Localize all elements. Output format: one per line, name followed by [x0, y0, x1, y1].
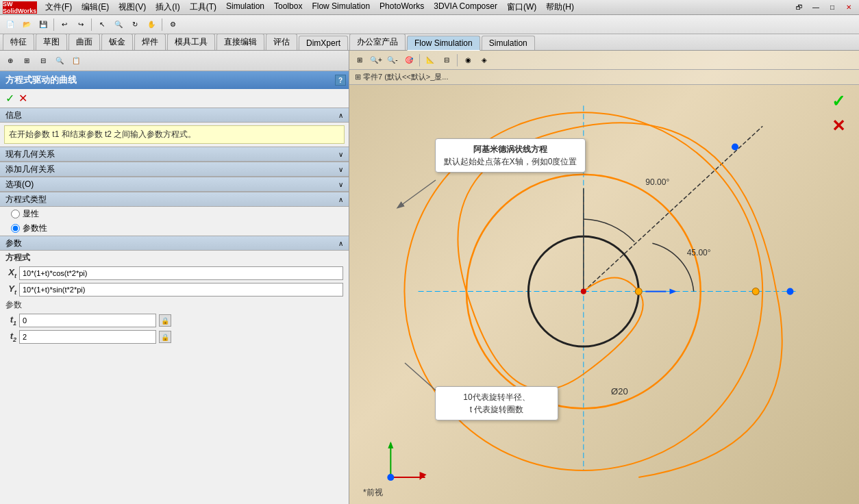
parametric-label: 参数性: [23, 223, 47, 234]
pan-button[interactable]: ✋: [144, 17, 159, 32]
left-tool-4[interactable]: 🔍: [52, 53, 67, 68]
t2-input[interactable]: [19, 330, 156, 344]
tab-evaluate[interactable]: 评估: [266, 34, 297, 50]
options-header[interactable]: 选项(O) ∨: [0, 177, 349, 192]
menu-3dvia[interactable]: 3DVIA Composer: [430, 1, 501, 14]
tab-sketch[interactable]: 草图: [36, 34, 67, 50]
view-name: *前视: [363, 487, 383, 499]
close-button[interactable]: ✕: [841, 0, 856, 15]
canvas-sep1: [419, 54, 420, 66]
help-button[interactable]: ?: [335, 75, 346, 86]
rotate-button[interactable]: ↻: [127, 17, 142, 32]
explicit-label: 显性: [23, 208, 39, 220]
view-section[interactable]: ⊟: [439, 53, 454, 68]
restore-button[interactable]: 🗗: [792, 0, 807, 15]
tab-dimxpert[interactable]: DimXpert: [299, 36, 348, 50]
balloon-rotation: 10代表旋转半径、 t 代表旋转圈数: [435, 386, 558, 420]
display-mode[interactable]: ◈: [477, 53, 492, 68]
angle-arc-90: [584, 219, 634, 242]
params-section-arrow: ∧: [338, 240, 343, 247]
tab-office[interactable]: 办公室产品: [349, 34, 406, 50]
tab-surface[interactable]: 曲面: [69, 34, 100, 50]
parametric-radio[interactable]: [11, 224, 20, 233]
menu-window[interactable]: 窗口(W): [503, 1, 540, 14]
options-button[interactable]: ⚙: [165, 17, 180, 32]
add-relation-label: 添加几何关系: [5, 164, 55, 175]
tab-sheetmetal[interactable]: 钣金: [101, 34, 133, 50]
tab-feature[interactable]: 特征: [3, 34, 34, 50]
view-orient[interactable]: 🎯: [401, 53, 416, 68]
breadcrumb: ⊞ 零件7 (默认<<默认>_显...: [349, 70, 859, 85]
zoom-in[interactable]: 🔍+: [369, 53, 384, 68]
display-style[interactable]: ◉: [460, 53, 475, 68]
undo-button[interactable]: ↩: [57, 17, 72, 32]
formula-type-header[interactable]: 方程式类型 ∧: [0, 192, 349, 207]
zoom-out[interactable]: 🔍-: [385, 53, 400, 68]
diagonal-line: [584, 126, 762, 291]
menu-toolbox[interactable]: Toolbox: [270, 1, 306, 14]
select-button[interactable]: ↖: [95, 17, 110, 32]
left-tool-2[interactable]: ⊞: [19, 53, 34, 68]
t2-lock-button[interactable]: 🔒: [159, 331, 171, 343]
tab-mold[interactable]: 模具工具: [167, 34, 215, 50]
angle-90-label: 90.00°: [645, 177, 669, 187]
left-tool-5[interactable]: 📋: [69, 53, 84, 68]
tab-direct-edit[interactable]: 直接编辑: [216, 34, 264, 50]
balloon2-arrow-svg: [401, 360, 443, 394]
tab-weldment[interactable]: 焊件: [134, 34, 166, 50]
sep1: [53, 18, 54, 31]
balloon1-arrow-svg: [395, 173, 443, 214]
balloon-archimedean: 阿基米德涡状线方程 默认起始处点落在X轴，例如0度位置: [435, 138, 586, 173]
angle-45-label: 45.00°: [687, 248, 711, 257]
redo-button[interactable]: ↪: [73, 17, 88, 32]
params-section: 参数 ∧ 方程式 Xt Yt 参数 t1 🔒 t: [0, 236, 349, 504]
add-relation-header[interactable]: 添加几何关系 ∨: [0, 162, 349, 177]
menu-photoworks[interactable]: PhotoWorks: [375, 1, 428, 14]
menu-simulation[interactable]: Simulation: [222, 1, 269, 14]
titlebar: SW SolidWorks 文件(F) 编辑(E) 视图(V) 插入(I) 工具…: [0, 0, 859, 15]
tab-flow-simulation[interactable]: Flow Simulation: [407, 36, 480, 51]
canvas-ok-button[interactable]: ✓: [832, 92, 845, 111]
t1-input[interactable]: [19, 314, 156, 327]
menu-view[interactable]: 视图(V): [114, 1, 150, 14]
balloon2-line-2: t 代表旋转圈数: [443, 403, 551, 416]
formula-label: 方程式: [0, 251, 349, 265]
open-button[interactable]: 📂: [19, 17, 34, 32]
maximize-button[interactable]: □: [825, 0, 840, 15]
save-button[interactable]: 💾: [36, 17, 51, 32]
new-button[interactable]: 📄: [3, 17, 18, 32]
formula-type-arrow: ∧: [338, 196, 343, 203]
explicit-radio[interactable]: [11, 210, 20, 218]
menu-edit[interactable]: 编辑(E): [77, 1, 113, 14]
t1-lock-button[interactable]: 🔒: [159, 314, 171, 327]
minimize-button[interactable]: —: [808, 0, 823, 15]
blue-point: [732, 143, 738, 150]
yt-input[interactable]: [19, 283, 343, 297]
cancel-button[interactable]: ✕: [18, 92, 27, 105]
left-panel: ⊕ ⊞ ⊟ 🔍 📋 方程式驱动的曲线 ? ✓ ✕ 信息 ∧ 在开始参数 t1 和…: [0, 51, 349, 504]
canvas-cancel-button[interactable]: ✕: [832, 116, 845, 136]
params-section-header[interactable]: 参数 ∧: [0, 236, 349, 251]
xt-input[interactable]: [19, 266, 343, 280]
panel-actions: ✓ ✕: [0, 89, 349, 108]
menu-flow-simulation[interactable]: Flow Simulation: [308, 1, 374, 14]
existing-relations-header[interactable]: 现有几何关系 ∨: [0, 147, 349, 162]
menu-help[interactable]: 帮助(H): [542, 1, 578, 14]
view-3d[interactable]: 📐: [423, 53, 438, 68]
left-tool-3[interactable]: ⊟: [36, 53, 51, 68]
options-arrow: ∨: [338, 181, 343, 188]
info-section-header[interactable]: 信息 ∧: [0, 108, 349, 123]
param-name-label: 参数: [0, 298, 349, 312]
yt-label: Yt: [3, 284, 16, 296]
menu-insert[interactable]: 插入(I): [151, 1, 184, 14]
tab-simulation[interactable]: Simulation: [482, 36, 535, 50]
menu-tools[interactable]: 工具(T): [186, 1, 221, 14]
menu-file[interactable]: 文件(F): [41, 1, 76, 14]
canvas-tool-1[interactable]: ⊞: [352, 53, 367, 68]
balloon-line-2: 默认起始处点落在X轴，例如0度位置: [443, 155, 578, 168]
zoom-button[interactable]: 🔍: [111, 17, 126, 32]
xt-row: Xt: [0, 265, 349, 281]
breadcrumb-text: ⊞ 零件7 (默认<<默认>_显...: [355, 72, 448, 82]
left-tool-1[interactable]: ⊕: [3, 53, 18, 68]
ok-button[interactable]: ✓: [5, 92, 14, 105]
